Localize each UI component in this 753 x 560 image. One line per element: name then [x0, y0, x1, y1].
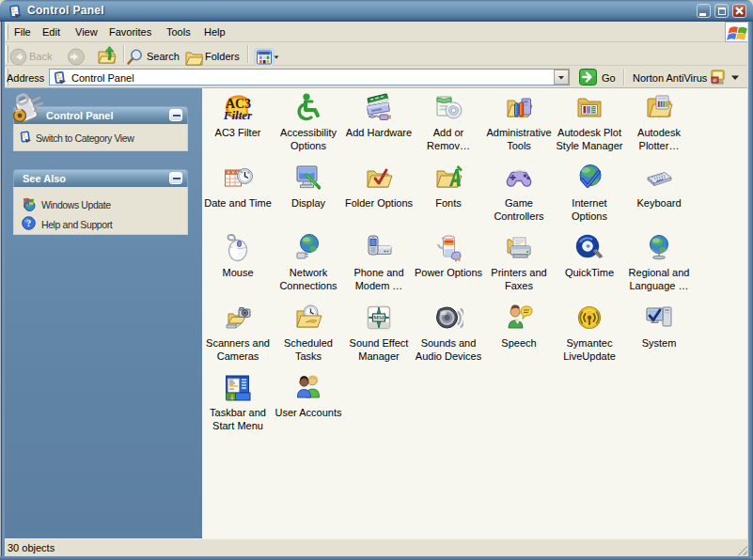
- svg-text:MSI: MSI: [373, 315, 384, 320]
- svg-text:?: ?: [26, 219, 31, 228]
- svg-text:Filter: Filter: [223, 108, 253, 122]
